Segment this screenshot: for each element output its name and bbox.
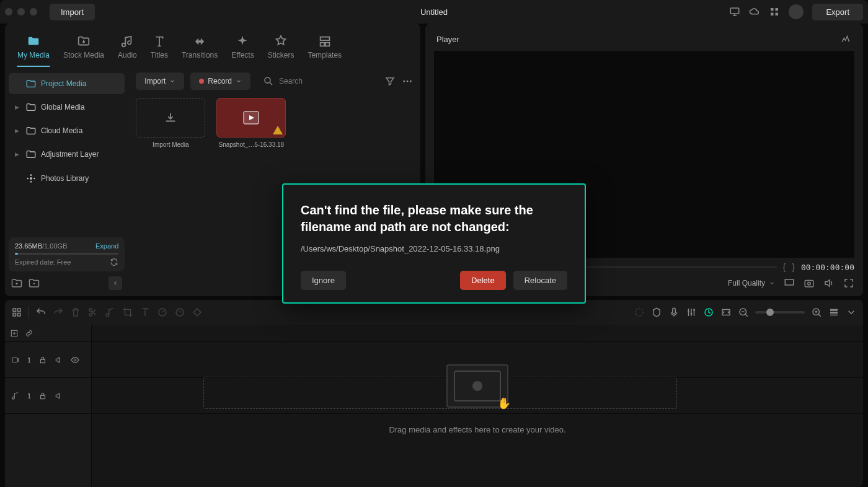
ignore-button[interactable]: Ignore <box>301 271 346 290</box>
modal-title: Can't find the file, please make sure th… <box>301 202 567 235</box>
modal-overlay: Can't find the file, please make sure th… <box>0 0 868 487</box>
delete-button[interactable]: Delete <box>460 271 506 290</box>
modal-file-path: /Users/ws/Desktop/Snapshot_2022-12-05-16… <box>301 244 567 253</box>
relocate-button[interactable]: Relocate <box>513 271 567 290</box>
modal-actions: Ignore Delete Relocate <box>301 271 567 290</box>
missing-file-modal: Can't find the file, please make sure th… <box>282 183 586 304</box>
